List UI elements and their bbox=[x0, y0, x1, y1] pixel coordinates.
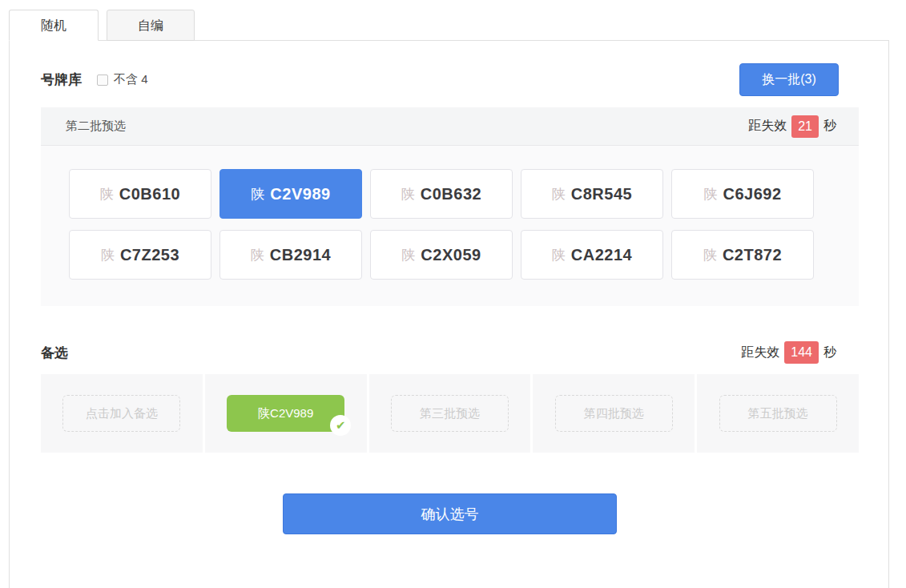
plate-option[interactable]: 陕 CA2214 bbox=[521, 230, 663, 280]
plate-prefix: 陕 bbox=[101, 246, 115, 264]
alternative-slot-cell: 第四批预选 bbox=[533, 374, 695, 453]
plate-number: C2V989 bbox=[270, 185, 330, 203]
alternative-plate-selected[interactable]: 陕C2V989 ✔ bbox=[227, 395, 344, 432]
alternative-slot-placeholder: 第五批预选 bbox=[719, 395, 837, 432]
pool-title: 号牌库 bbox=[41, 70, 82, 89]
plate-option[interactable]: 陕 C2X059 bbox=[370, 230, 513, 280]
plate-prefix: 陕 bbox=[401, 185, 415, 203]
plate-option[interactable]: 陕 CB2914 bbox=[219, 230, 362, 280]
pool-header: 号牌库 不含 4 换一批(3) bbox=[41, 63, 859, 96]
plate-grid: 陕 C0B610 陕 C2V989 陕 C0B632 陕 C8R545 陕 bbox=[69, 146, 814, 306]
alternative-slot-cell: 第五批预选 bbox=[697, 374, 859, 453]
plate-prefix: 陕 bbox=[401, 246, 415, 264]
confirm-selection-button[interactable]: 确认选号 bbox=[283, 493, 617, 534]
batch-header: 第二批预选 距失效 21 秒 bbox=[41, 107, 859, 146]
batch-title: 第二批预选 bbox=[66, 119, 126, 134]
batch-expiry-prefix: 距失效 bbox=[748, 118, 787, 135]
exclude-4-label: 不含 4 bbox=[114, 72, 148, 87]
tab-panel: 号牌库 不含 4 换一批(3) 第二批预选 距失效 21 秒 陕 C0B610 bbox=[9, 40, 889, 588]
alternatives-expiry-seconds-badge: 144 bbox=[784, 341, 819, 364]
batch-expiry-suffix: 秒 bbox=[823, 118, 836, 135]
plate-prefix: 陕 bbox=[251, 246, 264, 264]
check-icon: ✔ bbox=[330, 415, 351, 436]
plate-number: C0B632 bbox=[421, 185, 481, 203]
alternatives-expiry-suffix: 秒 bbox=[823, 344, 836, 361]
plate-option[interactable]: 陕 C0B632 bbox=[370, 169, 513, 219]
plate-option[interactable]: 陕 C7Z253 bbox=[69, 230, 211, 280]
alternative-slot-placeholder: 第四批预选 bbox=[555, 395, 673, 432]
plate-number: C6J692 bbox=[723, 185, 781, 203]
plate-number: CB2914 bbox=[270, 246, 331, 264]
plate-prefix: 陕 bbox=[703, 185, 717, 203]
plate-option-selected[interactable]: 陕 C2V989 bbox=[219, 169, 362, 219]
plate-prefix: 陕 bbox=[552, 185, 566, 203]
alternatives-expiry-prefix: 距失效 bbox=[741, 344, 779, 361]
plate-number: C2T872 bbox=[723, 246, 782, 264]
plate-number: C8R545 bbox=[571, 185, 632, 203]
alternatives-header: 备选 距失效 144 秒 bbox=[41, 341, 859, 364]
batch-expiry-seconds-badge: 21 bbox=[791, 115, 819, 138]
add-alternative-button[interactable]: 点击加入备选 bbox=[62, 395, 180, 432]
alternatives-strip: 点击加入备选 陕C2V989 ✔ 第三批预选 第四批预选 第五批预选 bbox=[41, 374, 859, 453]
plate-prefix: 陕 bbox=[552, 246, 566, 264]
plate-number: C2X059 bbox=[421, 246, 481, 264]
plate-option[interactable]: 陕 C6J692 bbox=[671, 169, 814, 219]
alternative-slot-placeholder: 第三批预选 bbox=[391, 395, 509, 432]
plate-option[interactable]: 陕 C0B610 bbox=[69, 169, 211, 219]
alternative-slot-cell: 陕C2V989 ✔ bbox=[205, 374, 367, 453]
batch-section: 第二批预选 距失效 21 秒 陕 C0B610 陕 C2V989 bbox=[41, 107, 859, 306]
alternative-plate-label: 陕C2V989 bbox=[258, 406, 313, 421]
refresh-batch-button[interactable]: 换一批(3) bbox=[739, 63, 839, 96]
tab-random[interactable]: 随机 bbox=[9, 10, 99, 41]
plate-prefix: 陕 bbox=[100, 185, 114, 203]
plate-number: C7Z253 bbox=[120, 246, 179, 264]
alternatives-expiry-countdown: 距失效 144 秒 bbox=[741, 341, 836, 364]
plate-number: C0B610 bbox=[119, 185, 180, 203]
exclude-4-checkbox[interactable] bbox=[97, 75, 108, 86]
plate-prefix: 陕 bbox=[703, 246, 717, 264]
tab-custom[interactable]: 自编 bbox=[107, 10, 195, 41]
batch-expiry-countdown: 距失效 21 秒 bbox=[748, 115, 836, 138]
alternative-slot-cell: 第三批预选 bbox=[369, 374, 531, 453]
alternative-slot-cell: 点击加入备选 bbox=[41, 374, 203, 453]
plate-number: CA2214 bbox=[571, 246, 632, 264]
plate-option[interactable]: 陕 C8R545 bbox=[521, 169, 663, 219]
alternatives-title: 备选 bbox=[41, 344, 68, 362]
confirm-row: 确认选号 bbox=[41, 493, 859, 534]
plate-option[interactable]: 陕 C2T872 bbox=[671, 230, 814, 280]
tab-bar: 随机 自编 bbox=[9, 10, 195, 40]
plate-prefix: 陕 bbox=[251, 185, 264, 203]
